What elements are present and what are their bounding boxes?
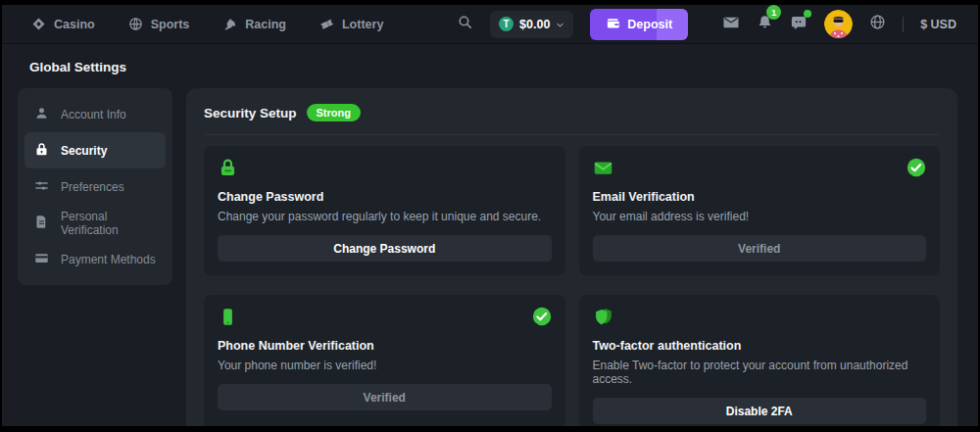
security-setup-panel: Security Setup Strong Change Password Ch… — [186, 88, 957, 426]
sidebar-item-label: Security — [61, 144, 107, 158]
sidebar-item-personal-verification[interactable]: Personal Verification — [24, 205, 166, 241]
nav-item-sports[interactable]: Sports — [128, 17, 190, 31]
sidebar-item-label: Payment Methods — [61, 253, 156, 266]
green-phone-icon — [218, 307, 238, 331]
avatar[interactable] — [824, 10, 853, 38]
phone-verified-button[interactable]: Verified — [218, 384, 552, 410]
chevron-down-icon — [556, 16, 564, 33]
card-title: Change Password — [218, 190, 552, 204]
language-button[interactable] — [869, 14, 886, 34]
globe-icon — [869, 14, 886, 34]
email-verification-card: Email Verification Your email address is… — [579, 146, 941, 275]
nav-item-casino[interactable]: Casino — [31, 17, 95, 31]
sliders-icon — [34, 178, 49, 196]
nav-label: Sports — [151, 18, 190, 31]
settings-page: Global Settings Account Info Security — [2, 44, 978, 426]
racing-horse-icon — [222, 17, 237, 31]
verified-check-icon — [906, 158, 926, 181]
top-navbar: Casino Sports Racing Lottery — [2, 5, 978, 44]
casino-diamond-icon — [31, 17, 46, 31]
search-button[interactable] — [457, 14, 473, 34]
credit-card-icon — [34, 251, 49, 268]
sidebar-item-label: Account Info — [61, 108, 126, 121]
green-lock-icon — [218, 158, 238, 182]
chat-button[interactable] — [790, 14, 808, 35]
user-icon — [34, 106, 49, 123]
two-factor-card: Two-factor authentication Enable Two-fac… — [579, 295, 941, 426]
nav-item-racing[interactable]: Racing — [222, 17, 286, 31]
messages-button[interactable] — [722, 14, 740, 35]
card-description: Your phone number is verified! — [218, 359, 552, 372]
sidebar-item-preferences[interactable]: Preferences — [24, 168, 166, 205]
phone-verification-card: Phone Number Verification Your phone num… — [204, 295, 565, 426]
sidebar-item-label: Preferences — [61, 180, 124, 194]
page-title: Global Settings — [29, 60, 957, 74]
nav-label: Casino — [54, 18, 95, 31]
tether-coin-icon: T — [499, 17, 514, 31]
change-password-button[interactable]: Change Password — [218, 235, 552, 262]
sidebar-item-label: Personal Verification — [61, 210, 156, 237]
card-description: Enable Two-factor to protect your accoun… — [593, 359, 927, 386]
sidebar-item-account-info[interactable]: Account Info — [24, 96, 166, 132]
header-divider — [204, 134, 940, 135]
card-title: Two-factor authentication — [593, 339, 927, 353]
verified-check-icon — [532, 307, 552, 330]
navbar-divider — [903, 17, 904, 32]
sidebar-item-security[interactable]: Security — [24, 132, 166, 168]
disable-2fa-button[interactable]: Disable 2FA — [593, 398, 927, 424]
green-shield-icon — [593, 307, 613, 331]
security-cards-grid: Change Password Change your password reg… — [204, 146, 940, 426]
nav-label: Racing — [245, 18, 286, 31]
card-description: Your email address is verified! — [593, 210, 927, 223]
section-title: Security Setup — [204, 106, 297, 120]
settings-sidebar: Account Info Security Preferences — [18, 88, 172, 285]
navbar-right: T $0.00 Deposit — [457, 9, 956, 40]
main-nav: Casino Sports Racing Lottery — [31, 17, 383, 31]
email-verified-button[interactable]: Verified — [593, 235, 927, 262]
card-title: Email Verification — [593, 190, 927, 204]
notifications-button[interactable]: 1 — [757, 14, 773, 34]
currency-selector[interactable]: $ USD — [920, 18, 956, 31]
change-password-card: Change Password Change your password reg… — [204, 146, 565, 275]
sports-basketball-icon — [128, 17, 143, 31]
notification-count-badge: 1 — [766, 5, 781, 20]
document-icon — [34, 215, 49, 232]
chat-online-dot — [804, 10, 811, 18]
password-strength-badge: Strong — [307, 104, 361, 121]
balance-amount: $0.00 — [519, 18, 550, 31]
mail-icon — [722, 14, 740, 35]
sidebar-item-payment-methods[interactable]: Payment Methods — [24, 241, 166, 277]
deposit-button[interactable]: Deposit — [590, 9, 688, 40]
lock-icon — [34, 142, 49, 160]
wallet-balance-dropdown[interactable]: T $0.00 — [490, 11, 573, 38]
card-description: Change your password regularly to keep i… — [218, 210, 552, 223]
card-title: Phone Number Verification — [218, 339, 552, 353]
nav-item-lottery[interactable]: Lottery — [319, 17, 383, 31]
wallet-icon — [606, 16, 620, 33]
green-envelope-icon — [593, 158, 613, 182]
deposit-label: Deposit — [627, 18, 672, 31]
app-window: Casino Sports Racing Lottery — [2, 5, 978, 426]
search-icon — [457, 14, 473, 34]
nav-label: Lottery — [342, 18, 383, 31]
lottery-ticket-icon — [319, 17, 334, 31]
